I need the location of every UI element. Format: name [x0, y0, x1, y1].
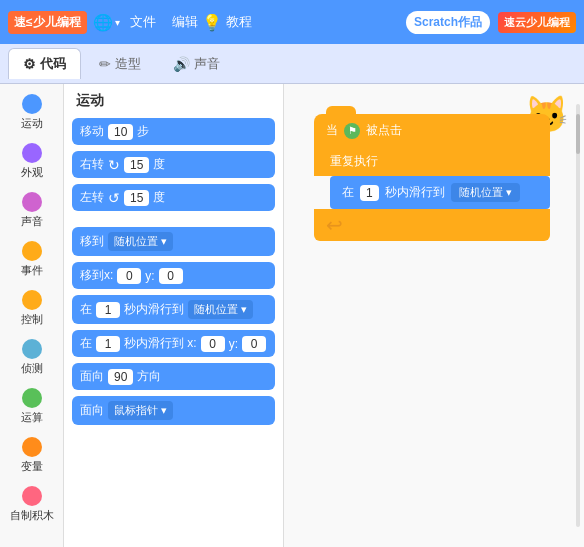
block-goto-label: 移到: [80, 233, 104, 250]
block-turn-right[interactable]: 右转 ↻ 15 度: [72, 151, 275, 178]
script-glide-mid: 秒内滑行到: [385, 184, 445, 201]
sound-dot: [22, 192, 42, 212]
control-label: 控制: [21, 312, 43, 327]
goto-dropdown[interactable]: 随机位置 ▾: [108, 232, 173, 251]
sound-label: 声音: [21, 214, 43, 229]
block-goto-x-input[interactable]: 0: [117, 268, 141, 284]
block-point-towards[interactable]: 面向 鼠标指针 ▾: [72, 396, 275, 425]
block-glide-mid: 秒内滑行到: [124, 301, 184, 318]
variables-label: 变量: [21, 459, 43, 474]
glide-dropdown[interactable]: 随机位置 ▾: [188, 300, 253, 319]
repeat-label: 重复执行: [330, 153, 378, 170]
block-turn-right-input[interactable]: 15: [124, 157, 149, 173]
block-glide-xy-y: y:: [229, 337, 238, 351]
category-operators[interactable]: 运算: [0, 382, 63, 431]
tab-costume[interactable]: ✏ 造型: [85, 49, 155, 79]
category-myblocks[interactable]: 自制积木: [0, 480, 63, 529]
block-point-dir-label: 面向: [80, 368, 104, 385]
costume-tab-label: 造型: [115, 55, 141, 73]
operators-label: 运算: [21, 410, 43, 425]
events-dot: [22, 241, 42, 261]
costume-tab-icon: ✏: [99, 56, 111, 72]
script-area-scrollbar[interactable]: [576, 104, 580, 527]
scratch-works-button[interactable]: Scratch作品: [406, 11, 490, 34]
block-point-towards-label: 面向: [80, 402, 104, 419]
tabs-row: ⚙ 代码 ✏ 造型 🔊 声音: [0, 44, 584, 84]
bulb-icon: 💡: [202, 13, 222, 32]
tab-code[interactable]: ⚙ 代码: [8, 48, 81, 79]
nav-file[interactable]: 文件: [130, 13, 156, 31]
block-goto-y-label: y:: [145, 269, 154, 283]
sensing-label: 侦测: [21, 361, 43, 376]
rotate-ccw-icon: ↺: [108, 190, 120, 206]
script-glide-dropdown[interactable]: 随机位置 ▾: [451, 183, 520, 202]
repeat-block[interactable]: 重复执行: [314, 147, 550, 176]
block-move-input[interactable]: 10: [108, 124, 133, 140]
block-point-direction[interactable]: 面向 90 方向: [72, 363, 275, 390]
scrollbar-thumb[interactable]: [576, 114, 580, 154]
rotate-cw-icon: ↻: [108, 157, 120, 173]
category-motion[interactable]: 运动: [0, 88, 63, 137]
blocks-panel-title: 运动: [76, 92, 275, 110]
block-point-dir-suffix: 方向: [137, 368, 161, 385]
sound-tab-icon: 🔊: [173, 56, 190, 72]
code-tab-label: 代码: [40, 55, 66, 73]
script-glide-val[interactable]: 1: [360, 185, 379, 201]
block-glide-xy-label: 在: [80, 335, 92, 352]
category-variables[interactable]: 变量: [0, 431, 63, 480]
operators-dot: [22, 388, 42, 408]
block-glide-xy-mid: 秒内滑行到 x:: [124, 335, 197, 352]
globe-icon[interactable]: 🌐: [93, 13, 113, 32]
block-glide-input[interactable]: 1: [96, 302, 120, 318]
script-glide-prefix: 在: [342, 184, 354, 201]
block-move-suffix: 步: [137, 123, 149, 140]
categories-sidebar: 运动 外观 声音 事件 控制 侦测 运算 变量: [0, 84, 64, 547]
block-glide-xy-secs[interactable]: 1: [96, 336, 120, 352]
when-flag-clicked-hat[interactable]: 当 ⚑ 被点击: [314, 114, 550, 147]
category-control[interactable]: 控制: [0, 284, 63, 333]
block-turn-right-label: 右转: [80, 156, 104, 173]
category-events[interactable]: 事件: [0, 235, 63, 284]
repeat-end-bracket: ↩: [314, 209, 550, 241]
sound-tab-label: 声音: [194, 55, 220, 73]
category-sensing[interactable]: 侦测: [0, 333, 63, 382]
category-looks[interactable]: 外观: [0, 137, 63, 186]
block-turn-left-input[interactable]: 15: [124, 190, 149, 206]
block-glide-xy[interactable]: 在 1 秒内滑行到 x: 0 y: 0: [72, 330, 275, 357]
script-block-group: 当 ⚑ 被点击 重复执行 在 1 秒内滑行到 随机位置 ▾ ↩: [314, 114, 550, 241]
nav-edit[interactable]: 编辑: [172, 13, 198, 31]
block-glide-to[interactable]: 在 1 秒内滑行到 随机位置 ▾: [72, 295, 275, 324]
category-sound[interactable]: 声音: [0, 186, 63, 235]
navbar: 速≤少儿编程 🌐 ▾ 文件 编辑 💡 教程 Scratch作品 速云少儿编程: [0, 0, 584, 44]
block-move[interactable]: 移动 10 步: [72, 118, 275, 145]
block-glide-y-input[interactable]: 0: [242, 336, 266, 352]
block-turn-left-suffix: 度: [153, 189, 165, 206]
events-label: 事件: [21, 263, 43, 278]
script-area[interactable]: 🐱 当 ⚑ 被点击 重复执行 在 1 秒内滑行到 随机位置 ▾: [284, 84, 584, 547]
tab-sound[interactable]: 🔊 声音: [159, 49, 234, 79]
logo: 速≤少儿编程: [8, 11, 87, 34]
loop-curve-icon: ↩: [326, 214, 343, 236]
block-glide-x-input[interactable]: 0: [201, 336, 225, 352]
main-area: 运动 外观 声音 事件 控制 侦测 运算 变量: [0, 84, 584, 547]
glide-script-block[interactable]: 在 1 秒内滑行到 随机位置 ▾: [330, 176, 550, 209]
brand-badge: 速云少儿编程: [498, 12, 576, 33]
globe-dropdown-icon[interactable]: ▾: [115, 17, 120, 28]
control-dot: [22, 290, 42, 310]
sensing-dot: [22, 339, 42, 359]
nav-menu: 文件 编辑: [130, 13, 198, 31]
motion-label: 运动: [21, 116, 43, 131]
block-goto[interactable]: 移到 随机位置 ▾: [72, 227, 275, 256]
block-direction-input[interactable]: 90: [108, 369, 133, 385]
block-goto-xy[interactable]: 移到x: 0 y: 0: [72, 262, 275, 289]
blocks-panel: 运动 移动 10 步 右转 ↻ 15 度 左转 ↺ 15 度 移到 随机位置 ▾: [64, 84, 284, 547]
block-goto-xy-label: 移到x:: [80, 267, 113, 284]
nav-tutorial[interactable]: 教程: [226, 13, 252, 31]
variables-dot: [22, 437, 42, 457]
block-turn-left[interactable]: 左转 ↺ 15 度: [72, 184, 275, 211]
block-goto-y-input[interactable]: 0: [159, 268, 183, 284]
motion-dot: [22, 94, 42, 114]
hat-when-label: 当: [326, 122, 338, 139]
towards-dropdown[interactable]: 鼠标指针 ▾: [108, 401, 173, 420]
looks-label: 外观: [21, 165, 43, 180]
